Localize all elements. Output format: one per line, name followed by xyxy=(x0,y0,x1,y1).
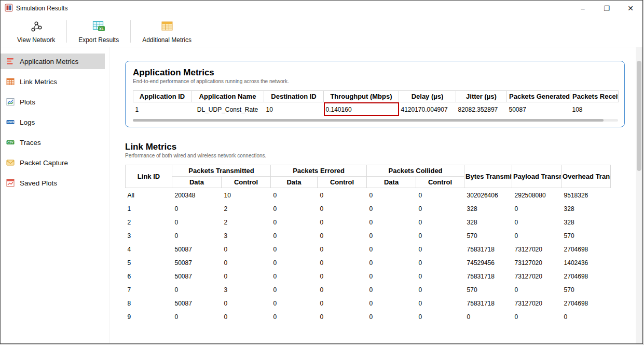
sidebar-item-label: Logs xyxy=(20,118,35,126)
table-row[interactable]: 70300005700570 xyxy=(126,283,611,296)
column-header[interactable]: Control xyxy=(416,177,464,188)
table-cell: 0 xyxy=(271,202,318,215)
close-button[interactable]: ✕ xyxy=(619,1,642,16)
table-cell: 0 xyxy=(416,269,464,283)
table-row[interactable]: 30300005700570 xyxy=(126,229,611,242)
column-header[interactable]: Data xyxy=(367,177,416,188)
table-row[interactable]: 8500870000075831718731270202704698 xyxy=(126,296,611,310)
table-cell: 0 xyxy=(172,310,222,323)
logs-icon: LOGS xyxy=(6,117,15,127)
table-cell: 3 xyxy=(126,229,172,242)
additional-metrics-button[interactable]: Additional Metrics xyxy=(132,16,202,47)
window-controls: – ❐ ✕ xyxy=(571,1,642,16)
vertical-scrollbar-thumb[interactable] xyxy=(637,61,641,171)
table-cell: 0 xyxy=(318,215,367,229)
column-header[interactable]: Packets Errored xyxy=(271,165,367,177)
sidebar-item-packet-capture[interactable]: Packet Capture xyxy=(1,155,105,170)
sidebar-item-saved-plots[interactable]: Saved Plots xyxy=(1,175,105,191)
table-cell: 4120170.004907 xyxy=(399,102,456,116)
table-cell: 570 xyxy=(464,283,512,296)
table-cell: 2704698 xyxy=(561,269,611,283)
table-cell: 0 xyxy=(318,283,367,296)
table-row[interactable]: 6500870000075831718731270202704698 xyxy=(126,269,611,283)
table-cell: 0 xyxy=(271,188,318,202)
column-header[interactable]: Jitter (µs) xyxy=(456,91,507,102)
column-header[interactable]: Packets Generated xyxy=(507,91,570,102)
sidebar-item-plots[interactable]: Plots xyxy=(1,94,105,110)
table-row[interactable]: All2003481000003020264062925080809518326 xyxy=(126,188,611,202)
column-header[interactable]: Application ID xyxy=(133,91,191,102)
table-cell: DL_UDP_Const_Rate xyxy=(191,102,264,116)
table-cell: 0 xyxy=(416,283,464,296)
table-cell: 0 xyxy=(512,215,561,229)
sidebar-item-application-metrics[interactable]: Application Metrics xyxy=(1,54,105,69)
restore-button[interactable]: ❐ xyxy=(595,1,619,16)
table-cell: 200348 xyxy=(172,188,222,202)
table-row[interactable]: 4500870000075831718731270202704698 xyxy=(126,242,611,256)
table-cell: 0 xyxy=(464,310,512,323)
column-header[interactable]: Packets Collided xyxy=(367,165,464,177)
table-cell: 75831718 xyxy=(464,269,512,283)
table-cell: 2 xyxy=(126,215,172,229)
table-row[interactable]: 1DL_UDP_Const_Rate100.1401604120170.0049… xyxy=(133,102,619,116)
table-cell: All xyxy=(126,188,172,202)
table-row[interactable]: 20200003280328 xyxy=(126,215,611,229)
column-header[interactable]: Payload Transm xyxy=(512,165,561,188)
table-cell: 0 xyxy=(271,256,318,269)
table-cell: 0 xyxy=(318,202,367,215)
horizontal-scrollbar-thumb[interactable] xyxy=(133,119,604,122)
table-cell: 1402436 xyxy=(561,256,611,269)
column-header[interactable]: Data xyxy=(271,177,318,188)
export-results-button[interactable]: XL Export Results xyxy=(68,16,129,47)
table-cell: 0 xyxy=(367,242,416,256)
table-cell: 0 xyxy=(271,269,318,283)
column-header[interactable]: Packets Receiv xyxy=(570,91,619,102)
table-cell: 0 xyxy=(367,296,416,310)
table-cell: 0 xyxy=(512,283,561,296)
column-header[interactable]: Throughput (Mbps) xyxy=(324,91,399,102)
table-cell: 0 xyxy=(271,242,318,256)
column-header[interactable]: Control xyxy=(222,177,271,188)
table-cell: 0 xyxy=(318,229,367,242)
column-header[interactable]: Bytes Transmitt xyxy=(464,165,512,188)
column-header[interactable]: Control xyxy=(318,177,367,188)
table-cell: 0 xyxy=(367,283,416,296)
table-cell: 0 xyxy=(172,283,222,296)
plots-icon xyxy=(6,97,15,107)
table-cell: 1 xyxy=(126,202,172,215)
table-cell: 0 xyxy=(318,256,367,269)
table-cell: 0 xyxy=(367,310,416,323)
column-header[interactable]: Link ID xyxy=(126,165,172,188)
sidebar-item-logs[interactable]: LOGS Logs xyxy=(1,114,105,130)
column-header[interactable]: Application Name xyxy=(191,91,264,102)
table-cell: 0 xyxy=(271,283,318,296)
table-row[interactable]: 10200003280328 xyxy=(126,202,611,215)
table-cell: 8 xyxy=(126,296,172,310)
table-cell: 302026406 xyxy=(464,188,512,202)
sidebar-item-link-metrics[interactable]: Link Metrics xyxy=(1,74,105,89)
table-row[interactable]: 5500870000074529456731270201402436 xyxy=(126,256,611,269)
table-cell: 3 xyxy=(222,283,271,296)
vertical-scrollbar[interactable] xyxy=(636,47,642,343)
table-cell: 0 xyxy=(416,242,464,256)
minimize-button[interactable]: – xyxy=(571,1,595,16)
table-cell: 0 xyxy=(367,229,416,242)
table-cell: 0 xyxy=(367,256,416,269)
table-cell: 0 xyxy=(318,188,367,202)
column-header[interactable]: Delay (µs) xyxy=(399,91,456,102)
column-header[interactable]: Overhead Trans xyxy=(561,165,611,188)
view-network-button[interactable]: View Network xyxy=(7,16,65,47)
table-cell: 73127020 xyxy=(512,256,561,269)
column-header[interactable]: Data xyxy=(172,177,222,188)
highlighted-throughput-cell: 0.140160 xyxy=(324,102,399,116)
svg-text:XL: XL xyxy=(99,26,104,30)
horizontal-scrollbar[interactable] xyxy=(133,119,618,122)
table-cell: 570 xyxy=(561,283,611,296)
table-cell: 0 xyxy=(416,256,464,269)
column-header[interactable]: Destination ID xyxy=(264,91,324,102)
table-cell: 75831718 xyxy=(464,296,512,310)
application-metrics-subtitle: End-to-end performance of applications r… xyxy=(133,78,617,84)
sidebar-item-traces[interactable]: CSV Traces xyxy=(1,135,105,150)
table-row[interactable]: 9000000000 xyxy=(126,310,611,323)
column-header[interactable]: Packets Transmitted xyxy=(172,165,271,177)
